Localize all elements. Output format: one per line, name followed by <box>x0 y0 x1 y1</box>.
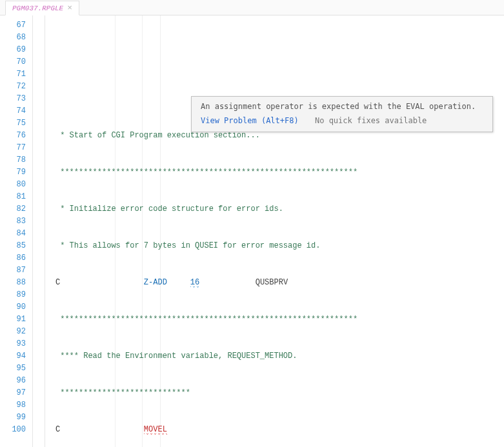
line-number: 77 <box>0 142 26 154</box>
code-line[interactable]: C Z-ADD 16 QUSBPRV <box>45 277 504 289</box>
line-number: 96 <box>0 375 26 387</box>
line-number: 70 <box>0 56 26 68</box>
line-number: 83 <box>0 215 26 228</box>
line-number: 99 <box>0 412 26 424</box>
line-number: 78 <box>0 154 26 166</box>
line-number: 94 <box>0 350 26 363</box>
line-number: 89 <box>0 289 26 301</box>
line-number: 95 <box>0 363 26 375</box>
line-number: 67 <box>0 19 26 32</box>
view-problem-link[interactable]: View Problem (Alt+F8) <box>201 116 299 125</box>
code-line[interactable]: * Initialize error code structure for er… <box>45 203 504 215</box>
problem-message: An assignment operator is expected with … <box>201 102 483 111</box>
line-number: 73 <box>0 93 26 105</box>
line-number: 68 <box>0 32 26 44</box>
close-icon[interactable]: × <box>67 3 72 13</box>
line-number: 90 <box>0 301 26 313</box>
line-number: 100 <box>0 424 26 436</box>
line-number: 98 <box>0 399 26 412</box>
editor-tab[interactable]: PGM037.RPGLE × <box>5 1 79 15</box>
no-fix-label: No quick fixes available <box>315 116 427 125</box>
line-number: 80 <box>0 179 26 191</box>
line-number: 85 <box>0 240 26 252</box>
tab-bar: PGM037.RPGLE × <box>0 0 504 15</box>
line-number: 91 <box>0 313 26 326</box>
code-line[interactable]: ****************************************… <box>45 313 504 326</box>
code-line[interactable]: **** Read the Environment variable, REQU… <box>45 350 504 363</box>
code-line[interactable]: ****************************************… <box>45 166 504 179</box>
line-number: 76 <box>0 130 26 142</box>
code-line[interactable]: * This allows for 7 bytes in QUSEI for e… <box>45 240 504 252</box>
problem-hover-popup: An assignment operator is expected with … <box>191 96 493 132</box>
line-number: 72 <box>0 81 26 93</box>
line-number: 88 <box>0 277 26 289</box>
line-number: 92 <box>0 326 26 338</box>
line-number: 93 <box>0 338 26 350</box>
line-number: 86 <box>0 252 26 264</box>
line-number: 81 <box>0 191 26 203</box>
line-number: 87 <box>0 264 26 277</box>
line-number: 69 <box>0 44 26 56</box>
line-number: 74 <box>0 105 26 117</box>
editor-area: 67 68 69 70 71 72 73 74 75 76 77 78 79 8… <box>0 15 504 447</box>
code-line[interactable]: C MOVEL <box>45 424 504 436</box>
line-number: 84 <box>0 228 26 240</box>
line-number: 71 <box>0 68 26 81</box>
line-number: 82 <box>0 203 26 215</box>
line-number: 79 <box>0 166 26 179</box>
line-number: 75 <box>0 117 26 130</box>
code-line[interactable]: **************************** <box>45 387 504 399</box>
line-number-gutter: 67 68 69 70 71 72 73 74 75 76 77 78 79 8… <box>0 15 32 447</box>
line-number: 97 <box>0 387 26 399</box>
fold-strip <box>32 15 45 447</box>
code-area[interactable]: * Start of CGI Program execution section… <box>45 15 504 447</box>
tab-filename: PGM037.RPGLE <box>12 5 63 12</box>
